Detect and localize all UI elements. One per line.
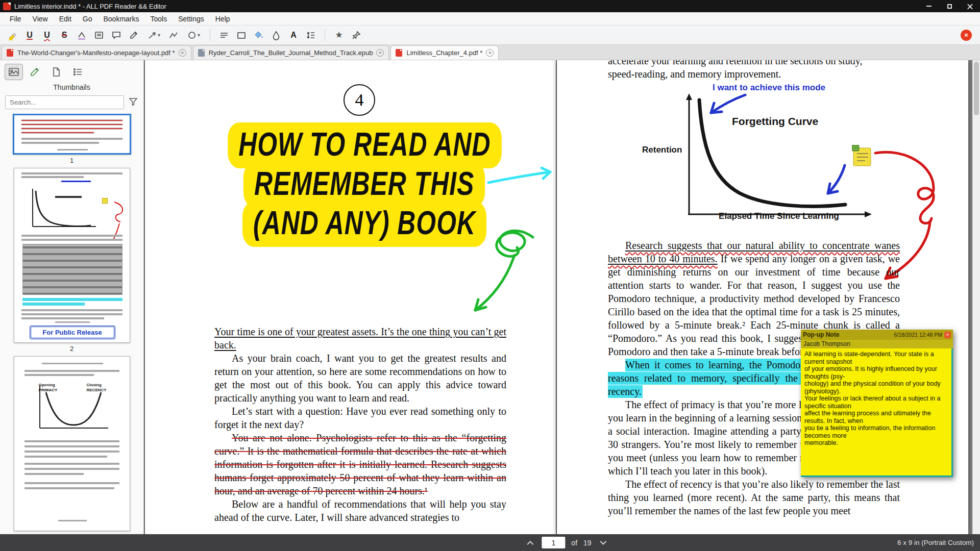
search-input[interactable] (5, 95, 124, 109)
page-thumbnail-1[interactable] (13, 114, 131, 155)
popup-note-header[interactable]: Pop-up Note 6/18/2021 12:48 PM × (801, 330, 953, 340)
menu-edit[interactable]: Edit (54, 12, 77, 26)
paragraph: Below are a handful of recommendations t… (214, 497, 506, 524)
pages-panel-icon[interactable] (48, 64, 65, 80)
cyan-arrow-annotation[interactable] (486, 165, 556, 188)
underline-tool-icon[interactable]: U (21, 28, 38, 43)
text-format-tool-icon[interactable]: A (285, 28, 302, 43)
graph-title: Forgetting Curve (732, 115, 818, 128)
thumb-graph-label: Opening (39, 383, 55, 387)
paragraph: As your brain coach, I want you to get t… (214, 352, 506, 405)
page-size-indicator: 6 x 9 in (Portrait Custom) (897, 539, 980, 546)
squiggly-underline-tool-icon[interactable]: U (39, 28, 55, 43)
chapter-number: 4 (355, 90, 364, 110)
tab-world-changers-manifesto[interactable]: The-World-Changer's-Manifesto-onepage-la… (2, 45, 191, 60)
chevron-down-icon (600, 538, 606, 545)
tab-close-icon[interactable]: × (179, 49, 186, 57)
popup-note-title: Pop-up Note (803, 332, 892, 338)
graph-y-axis-label: Retention (642, 145, 682, 155)
page-number-input[interactable] (542, 537, 565, 548)
window-title: Limitless interior.indd * - ALL PDF Read… (14, 3, 166, 10)
menu-go[interactable]: Go (77, 12, 98, 26)
popup-note-timestamp: 6/18/2021 12:48 PM (894, 332, 942, 338)
comment-tool-icon[interactable] (108, 28, 125, 43)
exit-annotation-mode-icon[interactable]: × (961, 30, 972, 41)
filter-icon[interactable] (128, 96, 138, 109)
polyline-tool-icon[interactable] (165, 28, 182, 43)
thumbnails-sidebar: Thumbnails (0, 60, 144, 534)
annotations-panel-icon[interactable] (27, 64, 44, 80)
vertical-scrollbar[interactable] (972, 60, 980, 534)
popup-note-window[interactable]: Pop-up Note 6/18/2021 12:48 PM × Jacob T… (801, 330, 953, 477)
line-spacing-tool-icon[interactable] (303, 28, 319, 43)
arrow-line-tool-icon[interactable]: ▾ (143, 28, 164, 43)
menu-help[interactable]: Help (210, 12, 236, 26)
scrollbar-thumb[interactable] (974, 62, 979, 115)
public-release-stamp: For Public Release (30, 325, 115, 339)
tab-label: The-World-Changer's-Manifesto-onepage-la… (17, 49, 175, 57)
fill-color-tool-icon[interactable] (251, 28, 267, 43)
caret-insert-tool-icon[interactable] (74, 28, 90, 43)
maximize-button[interactable] (939, 0, 960, 12)
tab-limitless-chapter-4[interactable]: Limitless_Chapter_4.pdf * × (390, 45, 499, 60)
menu-settings[interactable]: Settings (173, 12, 210, 26)
titlebar: Limitless interior.indd * - ALL PDF Read… (0, 0, 980, 12)
app-logo-icon (3, 3, 11, 10)
menu-file[interactable]: File (4, 12, 27, 26)
thumb-graph-label: RECENCY (87, 388, 107, 392)
menu-bookmarks[interactable]: Bookmarks (97, 12, 144, 26)
popup-close-icon[interactable]: × (944, 332, 951, 338)
document-page-right[interactable]: accelerate your learning and retention i… (557, 60, 968, 534)
pdf-file-icon (396, 49, 403, 57)
favorite-star-icon[interactable]: ★ (331, 28, 347, 43)
statusbar: of 19 6 x 9 in (Portrait Custom) (0, 534, 980, 551)
page-thumbnail-3[interactable]: Opening PRIMACY Closing RECENCY (14, 356, 130, 531)
graph-x-axis-label: Elapsed Time Since Learning (682, 211, 876, 221)
close-icon (967, 3, 973, 10)
toolbar-separator (210, 30, 210, 41)
thumbnail-list: 1 (0, 114, 143, 534)
menu-tools[interactable]: Tools (145, 12, 173, 26)
tab-close-icon[interactable]: × (486, 49, 494, 57)
thumbnails-panel-icon[interactable] (5, 64, 22, 80)
paragraph: Your time is one of your greatest assets… (214, 325, 506, 352)
page-thumbnail-2[interactable]: For Public Release (14, 168, 130, 343)
shapes-tool-icon[interactable]: ▾ (183, 28, 204, 43)
toolbar-separator (325, 30, 325, 41)
tab-bullet-journal-method[interactable]: Ryder_Carroll_The_Bullet_Journal_Method_… (193, 45, 389, 60)
popup-note-body[interactable]: All learning is state-dependent. Your st… (801, 348, 953, 477)
of-label: of (571, 539, 577, 547)
page-total: 19 (583, 539, 592, 547)
frame-tool-icon[interactable] (233, 28, 250, 43)
close-button[interactable] (960, 0, 980, 12)
paragraph: accelerate your learning and retention i… (608, 60, 900, 67)
green-scribble-annotation[interactable] (455, 224, 542, 329)
menu-view[interactable]: View (27, 12, 54, 26)
panel-title: Thumbnails (0, 82, 143, 95)
pencil-tool-icon[interactable] (126, 28, 142, 43)
thumb-graph-label: Closing (87, 383, 102, 387)
note-tool-icon[interactable] (91, 28, 107, 43)
blue-arrow-annotation[interactable] (818, 161, 854, 202)
next-page-button[interactable] (598, 537, 609, 548)
tab-close-icon[interactable]: × (376, 49, 384, 57)
minimize-button[interactable] (919, 0, 939, 12)
pdf-file-icon (7, 49, 14, 57)
epub-file-icon (198, 49, 205, 57)
document-page-left[interactable]: 4 HOW TO READ AND REMEMBER THIS (AND ANY… (145, 60, 556, 534)
annotation-toolbar: U U S ▾ ▾ (0, 26, 980, 45)
highlighter-tool-icon[interactable] (4, 28, 20, 43)
thumbnail-search-row (0, 95, 143, 114)
previous-page-button[interactable] (524, 537, 535, 548)
outline-panel-icon[interactable] (69, 64, 87, 80)
page-top-text: accelerate your learning and retention i… (608, 60, 900, 81)
pin-tool-icon[interactable] (348, 28, 364, 43)
main-content: Thumbnails (0, 60, 980, 534)
strikethrough-tool-icon[interactable]: S (56, 28, 72, 43)
ink-droplet-tool-icon[interactable] (268, 28, 284, 43)
dropdown-arrow-icon: ▾ (198, 32, 200, 38)
align-lines-tool-icon[interactable] (216, 28, 232, 43)
window-controls (919, 0, 980, 12)
paragraph: speed-reading, and memory improvement. (608, 67, 900, 81)
paragraph: Let’s start with a question: Have you ev… (214, 405, 506, 431)
